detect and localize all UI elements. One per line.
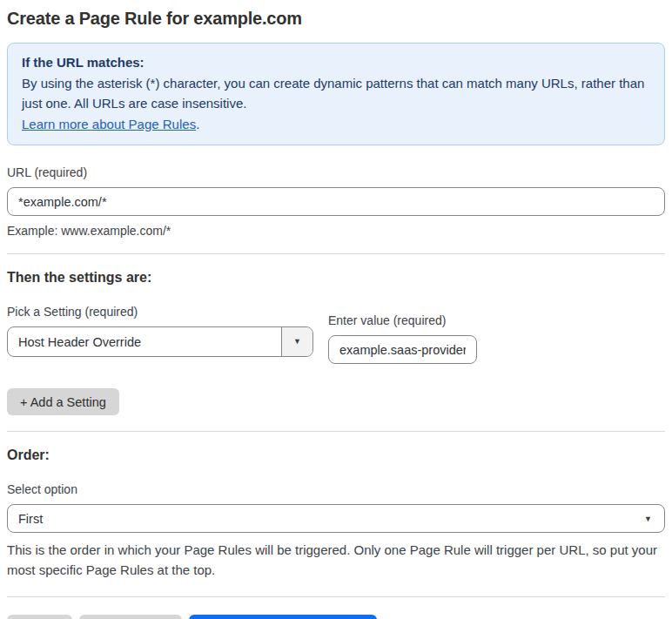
order-section-heading: Order: <box>7 447 665 463</box>
setting-picker-caret-button[interactable]: ▼ <box>281 327 312 356</box>
setting-picker-select[interactable]: Host Header Override ▼ <box>7 326 313 357</box>
setting-row: Pick a Setting (required) Host Header Ov… <box>7 305 665 364</box>
setting-value-input[interactable] <box>328 335 477 364</box>
url-input[interactable] <box>7 187 665 216</box>
info-box-body: By using the asterisk (*) character, you… <box>22 73 650 114</box>
url-field-group: URL (required) Example: www.example.com/… <box>7 165 665 238</box>
setting-picker-label: Pick a Setting (required) <box>7 305 313 319</box>
order-select-value: First <box>8 512 43 526</box>
setting-value-group: Enter value (required) <box>328 313 477 364</box>
order-help-text: This is the order in which your Page Rul… <box>7 540 665 581</box>
chevron-down-icon: ▼ <box>644 515 652 522</box>
learn-more-link[interactable]: Learn more about Page Rules <box>22 117 196 131</box>
divider <box>7 253 665 254</box>
url-example-hint: Example: www.example.com/* <box>7 224 665 238</box>
order-select-label: Select option <box>7 482 665 496</box>
info-box-heading: If the URL matches: <box>22 52 650 73</box>
add-setting-button[interactable]: + Add a Setting <box>7 388 119 415</box>
setting-picker-group: Pick a Setting (required) Host Header Ov… <box>7 305 313 357</box>
setting-value-label: Enter value (required) <box>328 313 477 327</box>
footer-actions: Cancel Save as Draft Save and Deploy Pag… <box>7 615 665 619</box>
divider <box>7 431 665 432</box>
chevron-down-icon: ▼ <box>293 338 301 346</box>
info-box-link-line: Learn more about Page Rules. <box>22 114 650 135</box>
divider <box>7 596 665 597</box>
link-suffix: . <box>196 117 199 131</box>
save-and-deploy-button[interactable]: Save and Deploy Page Rule <box>189 615 377 619</box>
cancel-button[interactable]: Cancel <box>7 615 72 619</box>
url-label: URL (required) <box>7 165 665 179</box>
setting-picker-value: Host Header Override <box>8 335 141 349</box>
save-as-draft-button[interactable]: Save as Draft <box>79 615 182 619</box>
order-select[interactable]: First ▼ <box>7 504 665 533</box>
settings-section-heading: Then the settings are: <box>7 270 665 286</box>
create-page-rule-panel: Create a Page Rule for example.com If th… <box>0 0 672 619</box>
page-title: Create a Page Rule for example.com <box>7 9 665 29</box>
url-match-info-box: If the URL matches: By using the asteris… <box>7 43 665 145</box>
